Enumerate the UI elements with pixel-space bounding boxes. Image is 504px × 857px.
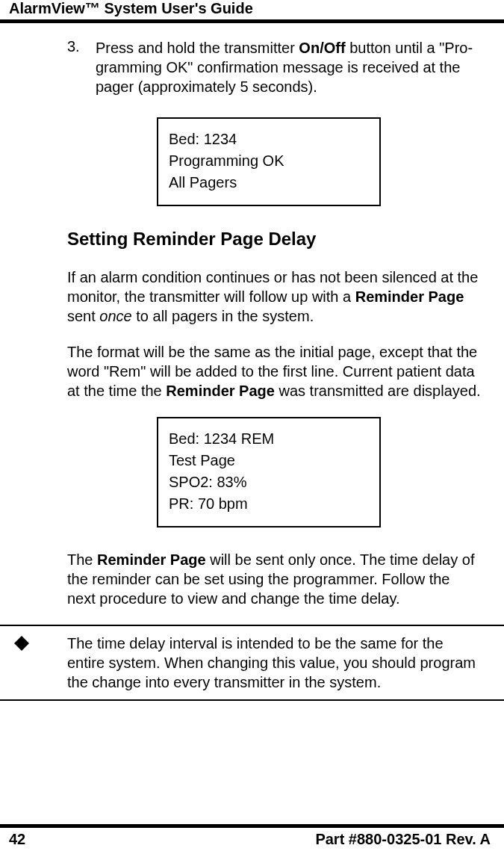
text-run: sent bbox=[67, 308, 99, 324]
text-run: The bbox=[67, 551, 97, 568]
document-title: AlarmView™ System User's Guide bbox=[9, 0, 253, 16]
paragraph: The Reminder Page will be sent only once… bbox=[67, 550, 482, 608]
section-heading: Setting Reminder Page Delay bbox=[67, 229, 482, 250]
paragraph: The format will be the same as the initi… bbox=[67, 342, 482, 400]
text-run: to all pagers in the system. bbox=[132, 308, 314, 324]
display-line: Bed: 1234 bbox=[169, 131, 369, 148]
page-number: 42 bbox=[9, 831, 25, 848]
paragraph: If an alarm condition continues or has n… bbox=[67, 267, 482, 326]
italic-once: once bbox=[99, 308, 131, 324]
reminder-page-label: Reminder Page bbox=[97, 551, 206, 568]
step-number: 3. bbox=[67, 38, 96, 96]
step-3: 3. Press and hold the transmitter On/Off… bbox=[67, 38, 482, 96]
pager-display-box-2: Bed: 1234 REM Test Page SPO2: 83% PR: 70… bbox=[157, 417, 381, 527]
text-run: was transmitted are displayed. bbox=[275, 383, 481, 399]
page-footer: 42 Part #880-0325-01 Rev. A bbox=[0, 824, 504, 848]
display-line: Programming OK bbox=[169, 152, 369, 170]
reminder-page-label: Reminder Page bbox=[355, 288, 464, 305]
document-header: AlarmView™ System User's Guide bbox=[0, 0, 504, 23]
display-line: Test Page bbox=[169, 452, 369, 469]
page: AlarmView™ System User's Guide 3. Press … bbox=[0, 0, 504, 857]
content-area: 3. Press and hold the transmitter On/Off… bbox=[0, 38, 504, 608]
on-off-label: On/Off bbox=[299, 40, 345, 56]
text-run: Press and hold the transmitter bbox=[96, 40, 299, 56]
reminder-page-label: Reminder Page bbox=[166, 383, 275, 399]
note-text: The time delay interval is intended to b… bbox=[67, 634, 482, 692]
display-line: Bed: 1234 REM bbox=[169, 430, 369, 448]
svg-marker-0 bbox=[14, 636, 29, 651]
display-line: SPO2: 83% bbox=[169, 474, 369, 491]
diamond-icon bbox=[13, 634, 67, 692]
display-line: All Pagers bbox=[169, 174, 369, 191]
pager-display-box-1: Bed: 1234 Programming OK All Pagers bbox=[157, 117, 381, 206]
note-block: The time delay interval is intended to b… bbox=[0, 625, 504, 701]
display-line: PR: 70 bpm bbox=[169, 495, 369, 513]
step-text: Press and hold the transmitter On/Off bu… bbox=[96, 38, 482, 96]
part-number: Part #880-0325-01 Rev. A bbox=[315, 831, 491, 848]
